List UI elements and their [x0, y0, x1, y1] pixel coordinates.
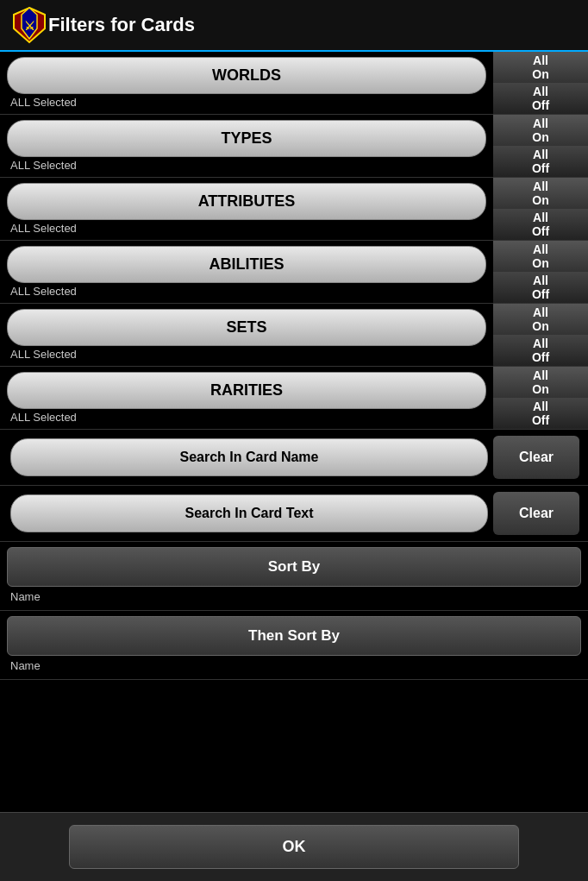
filter-row-abilities: ABILITIES ALL Selected All On All Off	[0, 241, 588, 304]
filter-row-types: TYPES ALL Selected All On All Off	[0, 115, 588, 178]
search-row-card-text: Search In Card Text Clear	[0, 486, 588, 542]
svg-text:⚔: ⚔	[24, 19, 35, 33]
sort-button-then-sort-by[interactable]: Then Sort By	[7, 616, 581, 656]
clear-button-card-name[interactable]: Clear	[493, 436, 579, 479]
filter-row-worlds: WORLDS ALL Selected All On All Off	[0, 52, 588, 115]
filter-status-abilities: ALL Selected	[0, 285, 493, 303]
alloff-button-abilities[interactable]: All Off	[493, 272, 588, 303]
filter-right-rarities: All On All Off	[493, 367, 588, 429]
alloff-button-attributes[interactable]: All Off	[493, 209, 588, 240]
filter-left-abilities: ABILITIES ALL Selected	[0, 241, 493, 303]
filter-status-sets: ALL Selected	[0, 348, 493, 366]
filter-button-rarities[interactable]: RARITIES	[7, 372, 486, 409]
filter-status-worlds: ALL Selected	[0, 96, 493, 114]
filter-left-attributes: ATTRIBUTES ALL Selected	[0, 178, 493, 240]
filter-button-abilities[interactable]: ABILITIES	[7, 246, 486, 283]
page-title: Filters for Cards	[48, 14, 195, 36]
filter-status-types: ALL Selected	[0, 159, 493, 177]
filter-row-sets: SETS ALL Selected All On All Off	[0, 304, 588, 367]
sort-status-then-sort-by: Name	[7, 658, 581, 676]
allon-button-types[interactable]: All On	[493, 115, 588, 146]
filter-left-worlds: WORLDS ALL Selected	[0, 52, 493, 114]
filter-right-worlds: All On All Off	[493, 52, 588, 114]
filter-right-attributes: All On All Off	[493, 178, 588, 240]
shield-icon: ⚔	[10, 6, 48, 44]
filter-status-rarities: ALL Selected	[0, 411, 493, 429]
main-content: WORLDS ALL Selected All On All Off TYPES…	[0, 52, 588, 680]
alloff-button-types[interactable]: All Off	[493, 146, 588, 177]
filter-left-types: TYPES ALL Selected	[0, 115, 493, 177]
clear-button-card-text[interactable]: Clear	[493, 492, 579, 535]
search-button-card-text[interactable]: Search In Card Text	[10, 494, 488, 532]
filter-row-attributes: ATTRIBUTES ALL Selected All On All Off	[0, 178, 588, 241]
sort-row-then-sort-by: Then Sort By Name	[0, 611, 588, 680]
alloff-button-worlds[interactable]: All Off	[493, 83, 588, 114]
filter-left-sets: SETS ALL Selected	[0, 304, 493, 366]
filter-left-rarities: RARITIES ALL Selected	[0, 367, 493, 429]
filter-right-abilities: All On All Off	[493, 241, 588, 303]
allon-button-attributes[interactable]: All On	[493, 178, 588, 209]
search-row-card-name: Search In Card Name Clear	[0, 430, 588, 486]
filter-button-types[interactable]: TYPES	[7, 120, 486, 157]
ok-button[interactable]: OK	[69, 825, 519, 869]
sort-button-sort-by[interactable]: Sort By	[7, 547, 581, 587]
allon-button-abilities[interactable]: All On	[493, 241, 588, 272]
allon-button-sets[interactable]: All On	[493, 304, 588, 335]
filter-button-worlds[interactable]: WORLDS	[7, 57, 486, 94]
sort-row-sort-by: Sort By Name	[0, 542, 588, 611]
sort-status-sort-by: Name	[7, 588, 581, 607]
filter-button-sets[interactable]: SETS	[7, 309, 486, 346]
alloff-button-sets[interactable]: All Off	[493, 335, 588, 366]
ok-area: OK	[0, 812, 588, 881]
search-button-card-name[interactable]: Search In Card Name	[10, 438, 488, 476]
allon-button-worlds[interactable]: All On	[493, 52, 588, 83]
app-header: ⚔ Filters for Cards	[0, 0, 588, 52]
filter-status-attributes: ALL Selected	[0, 222, 493, 240]
filter-right-types: All On All Off	[493, 115, 588, 177]
allon-button-rarities[interactable]: All On	[493, 367, 588, 398]
filter-right-sets: All On All Off	[493, 304, 588, 366]
filter-button-attributes[interactable]: ATTRIBUTES	[7, 183, 486, 220]
alloff-button-rarities[interactable]: All Off	[493, 398, 588, 429]
filter-row-rarities: RARITIES ALL Selected All On All Off	[0, 367, 588, 430]
